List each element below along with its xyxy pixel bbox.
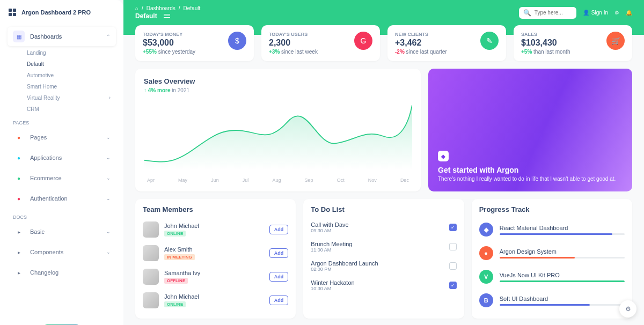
page-title: Default [135, 12, 157, 20]
menu-toggle-icon[interactable] [164, 14, 170, 18]
add-button[interactable]: Add [269, 248, 289, 258]
add-button[interactable]: Add [269, 272, 289, 282]
stat-icon: ✎ [480, 32, 499, 50]
search-icon: 🔍 [523, 9, 531, 17]
status-badge: ONLINE [164, 301, 186, 307]
project-icon: V [479, 270, 493, 284]
stat-card: NEW CLIENTS +3,462 -2% since last quarte… [387, 25, 506, 61]
team-member: John MichaelONLINE Add [143, 218, 288, 241]
progress-card: Progress Track ◆ React Material Dashboar… [472, 199, 632, 319]
search-input[interactable] [535, 10, 572, 16]
svg-rect-3 [13, 13, 16, 16]
chevron-down-icon: ⌄ [106, 175, 111, 181]
add-button[interactable]: Add [269, 296, 289, 305]
gear-icon: ⚙ [625, 305, 631, 313]
todo-card: To Do List Call with Dave09:30 AM Brunch… [303, 199, 464, 319]
avatar [143, 245, 159, 261]
todo-item: Call with Dave09:30 AM [311, 218, 456, 237]
chart-title: Sales Overview [144, 77, 412, 85]
nav-sub-virtual-reality[interactable]: Virtual Reality› [8, 92, 116, 104]
sales-overview-card: Sales Overview ↑ 4% more in 2021 AprMayJ… [135, 69, 421, 191]
stat-icon: $ [228, 32, 246, 50]
nav-changelog[interactable]: ▸Changelog [8, 263, 116, 282]
settings-fab[interactable]: ⚙ [619, 300, 636, 317]
authentication-icon: ● [13, 193, 25, 204]
todo-item: Argon Dashboard Launch02:00 PM [311, 256, 456, 276]
checkbox[interactable] [449, 262, 457, 270]
nav-applications[interactable]: ●Applications⌄ [8, 148, 116, 167]
nav-dashboards[interactable]: ▦Dashboards ⌃ [8, 27, 116, 46]
svg-rect-0 [9, 9, 12, 12]
status-badge: OFFLINE [164, 278, 188, 284]
nav-docs-header: DOCS [8, 209, 116, 222]
nav-pages[interactable]: ●Pages⌄ [8, 128, 116, 147]
team-member: Samantha IvyOFFLINE Add [143, 265, 288, 289]
pages-icon: ● [13, 131, 25, 143]
logo-icon [8, 8, 17, 17]
brand-name: Argon Dashboard 2 PRO [21, 9, 91, 16]
promo-text: There's nothing I really wanted to do in… [438, 176, 623, 182]
svg-rect-2 [9, 13, 12, 16]
project-icon: ● [479, 246, 493, 260]
checkbox[interactable] [449, 224, 457, 231]
nav-components[interactable]: ▸Components⌄ [8, 242, 116, 262]
todo-item: Winter Hackaton10:30 AM [311, 276, 456, 295]
search-box[interactable]: 🔍 [519, 7, 576, 19]
applications-icon: ● [13, 152, 25, 164]
notifications-icon[interactable]: 🔔 [626, 10, 632, 16]
chart-x-axis: AprMayJunJulAugSepOctNovDec [144, 175, 412, 183]
team-member: John MichaelONLINE Add [143, 289, 288, 312]
nav-sub-landing[interactable]: Landing [8, 47, 116, 58]
promo-card[interactable]: ◆ Get started with Argon There's nothing… [428, 69, 632, 191]
checkbox[interactable] [449, 282, 457, 289]
avatar [143, 269, 159, 285]
chevron-down-icon: ⌄ [106, 196, 111, 201]
project-icon: B [479, 293, 493, 307]
ecommerce-icon: ● [13, 172, 25, 184]
stat-card: SALES $103,430 +5% than last month 🛒 [514, 25, 632, 61]
stat-icon: G [354, 32, 372, 50]
nav-sub-smart-home[interactable]: Smart Home [8, 81, 116, 92]
changelog-icon: ▸ [13, 267, 25, 278]
chevron-down-icon: ⌄ [106, 155, 111, 160]
add-button[interactable]: Add [269, 225, 289, 234]
basic-icon: ▸ [13, 226, 25, 238]
team-member: Alex SmithIN MEETING Add [143, 241, 288, 265]
home-icon[interactable]: ⌂ [135, 5, 138, 11]
components-icon: ▸ [13, 246, 25, 258]
avatar [143, 292, 159, 308]
arrow-up-icon: ↑ [144, 87, 147, 93]
team-members-card: Team Members John MichaelONLINE Add Alex… [135, 199, 296, 319]
stat-card: TODAY'S MONEY $53,000 +55% since yesterd… [135, 25, 254, 61]
checkbox[interactable] [449, 243, 457, 250]
chevron-up-icon: ⌃ [106, 34, 111, 39]
nav-basic[interactable]: ▸Basic⌄ [8, 222, 116, 241]
progress-item: ◆ React Material Dashboard [479, 218, 625, 241]
progress-item: V VueJs Now UI Kit PRO [479, 265, 625, 289]
promo-icon: ◆ [438, 151, 449, 161]
status-badge: IN MEETING [164, 254, 195, 260]
brand-logo[interactable]: Argon Dashboard 2 PRO [8, 8, 116, 17]
nav-ecommerce[interactable]: ●Ecommerce⌄ [8, 168, 116, 188]
monitor-icon: ▦ [13, 31, 25, 42]
nav-authentication[interactable]: ●Authentication⌄ [8, 189, 116, 208]
sales-chart [144, 99, 412, 174]
nav-pages-header: PAGES [8, 115, 116, 128]
avatar [143, 221, 159, 238]
progress-item: ● Argon Design System [479, 241, 625, 265]
todo-item: Brunch Meeting11:00 AM [311, 237, 456, 256]
progress-item: B Soft UI Dashboard [479, 289, 625, 312]
sidebar: Argon Dashboard 2 PRO ▦Dashboards ⌃ Land… [0, 0, 123, 325]
svg-rect-1 [13, 9, 16, 12]
sign-in-link[interactable]: 👤 Sign In [583, 10, 608, 16]
project-icon: ◆ [479, 223, 493, 237]
nav-sub-default[interactable]: Default [8, 58, 116, 70]
chart-subtitle: ↑ 4% more in 2021 [144, 87, 412, 93]
stat-icon: 🛒 [606, 32, 625, 50]
nav-sub-automotive[interactable]: Automotive [8, 70, 116, 81]
breadcrumb: ⌂/ Dashboards/ Default [135, 5, 200, 11]
promo-title: Get started with Argon [438, 166, 623, 174]
stat-card: TODAY'S USERS 2,300 +3% since last week … [261, 25, 380, 61]
nav-sub-crm[interactable]: CRM [8, 104, 116, 115]
settings-icon[interactable]: ⚙ [614, 10, 619, 16]
